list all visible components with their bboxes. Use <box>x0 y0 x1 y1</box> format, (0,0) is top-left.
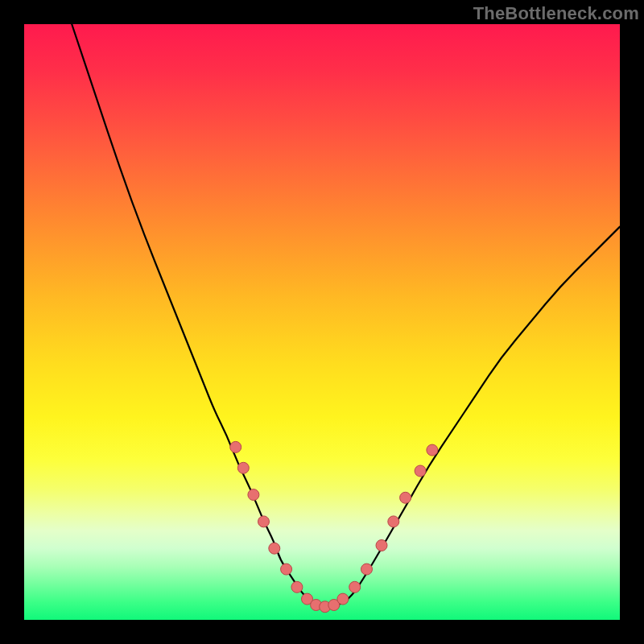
curve-marker <box>388 516 399 527</box>
curve-marker <box>427 444 438 456</box>
curve-marker <box>281 564 292 575</box>
curve-marker <box>258 516 269 527</box>
chart-svg <box>24 24 620 620</box>
curve-marker <box>248 489 259 501</box>
curve-marker <box>230 441 242 452</box>
curve-markers <box>230 441 438 612</box>
curve-marker <box>376 540 387 551</box>
watermark-text: TheBottleneck.com <box>473 3 639 24</box>
chart-frame: TheBottleneck.com <box>0 0 644 644</box>
curve-marker <box>361 564 373 575</box>
curve-marker <box>337 593 349 605</box>
bottleneck-curve <box>72 24 620 606</box>
curve-marker <box>400 492 411 503</box>
curve-marker <box>415 465 426 477</box>
curve-marker <box>349 581 361 592</box>
curve-marker <box>237 462 249 473</box>
curve-marker <box>269 543 280 554</box>
curve-marker <box>291 581 303 592</box>
